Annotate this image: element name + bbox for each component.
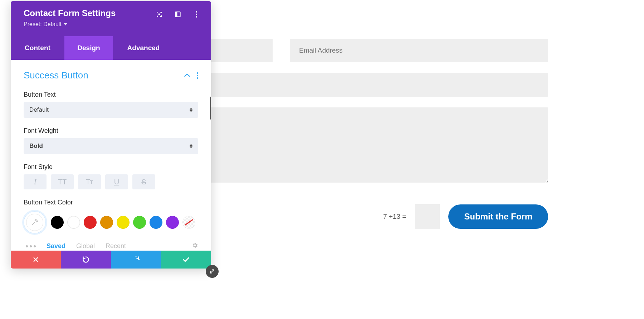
color-picker-button[interactable] xyxy=(24,211,46,233)
select-button-text-value: Default xyxy=(29,106,49,113)
svg-rect-2 xyxy=(175,12,177,17)
select-font-weight-value: Bold xyxy=(29,142,43,150)
font-style-italic-button[interactable]: I xyxy=(24,174,47,189)
font-style-smallcaps-button[interactable]: TT xyxy=(78,174,101,189)
swatch-color-1[interactable] xyxy=(67,216,80,229)
email-field[interactable] xyxy=(290,39,548,62)
swatch-color-2[interactable] xyxy=(84,216,97,229)
font-style-strikethrough-button[interactable]: S xyxy=(132,174,155,189)
select-updown-icon xyxy=(190,144,192,148)
palette-settings-icon[interactable] xyxy=(192,242,198,250)
color-swatch-row xyxy=(24,211,198,233)
select-updown-icon xyxy=(190,108,192,112)
eyedropper-icon xyxy=(31,219,38,226)
palette-tab-global[interactable]: Global xyxy=(76,242,95,250)
label-button-text-color: Button Text Color xyxy=(24,199,198,206)
section-title-success-button[interactable]: Success Button xyxy=(24,70,88,81)
palette-tab-saved[interactable]: Saved xyxy=(47,242,65,250)
check-icon xyxy=(182,257,190,262)
redo-icon xyxy=(132,256,140,263)
captcha-question: 7 +13 = xyxy=(383,213,406,221)
swatch-color-5[interactable] xyxy=(133,216,146,229)
undo-icon xyxy=(82,256,89,263)
cancel-button[interactable] xyxy=(11,251,61,269)
swatch-transparent[interactable] xyxy=(182,216,195,229)
swatch-color-6[interactable] xyxy=(150,216,162,229)
tab-design[interactable]: Design xyxy=(64,36,113,60)
swatch-color-0[interactable] xyxy=(51,216,64,229)
panel-body: Success Button Button Text Default Font … xyxy=(11,60,211,251)
redo-button[interactable] xyxy=(111,251,161,269)
captcha-answer-field[interactable] xyxy=(415,204,440,229)
tab-content[interactable]: Content xyxy=(11,36,64,60)
select-button-text-font[interactable]: Default xyxy=(24,102,198,118)
snap-left-icon[interactable] xyxy=(174,10,182,18)
label-font-weight: Font Weight xyxy=(24,127,198,135)
tab-advanced[interactable]: Advanced xyxy=(113,36,174,60)
section-options-icon[interactable] xyxy=(197,72,198,79)
form-submit-row: 7 +13 = Submit the Form xyxy=(383,204,548,229)
svg-rect-0 xyxy=(158,14,160,15)
label-button-text: Button Text xyxy=(24,91,198,98)
more-options-icon[interactable] xyxy=(192,10,200,18)
expand-icon[interactable] xyxy=(155,10,163,18)
submit-button[interactable]: Submit the Form xyxy=(448,204,548,229)
panel-footer xyxy=(11,251,211,269)
drag-handle-icon[interactable] xyxy=(26,245,36,247)
label-font-style: Font Style xyxy=(24,163,198,171)
swatch-color-3[interactable] xyxy=(100,216,113,229)
panel-resize-handle[interactable] xyxy=(206,265,219,278)
swatch-color-7[interactable] xyxy=(166,216,179,229)
svg-line-5 xyxy=(210,270,214,273)
preset-label: Preset: Default xyxy=(24,21,62,28)
settings-panel: Contact Form Settings Preset: Default xyxy=(11,1,211,269)
font-style-underline-button[interactable]: U xyxy=(105,174,128,189)
close-icon xyxy=(33,256,39,263)
undo-button[interactable] xyxy=(61,251,111,269)
caret-down-icon xyxy=(64,23,67,25)
preset-dropdown[interactable]: Preset: Default xyxy=(24,21,198,28)
select-font-weight[interactable]: Bold xyxy=(24,138,198,154)
panel-tabs: Content Design Advanced xyxy=(11,36,211,60)
palette-tab-recent[interactable]: Recent xyxy=(106,242,126,250)
resize-diagonal-icon xyxy=(209,269,215,274)
panel-header: Contact Form Settings Preset: Default xyxy=(11,1,211,36)
collapse-section-icon[interactable] xyxy=(184,72,190,79)
swatch-color-4[interactable] xyxy=(117,216,130,229)
save-button[interactable] xyxy=(161,251,211,269)
font-style-uppercase-button[interactable]: TT xyxy=(51,174,74,189)
palette-tabs: Saved Global Recent xyxy=(24,242,198,250)
scrollbar-thumb[interactable] xyxy=(210,96,211,120)
